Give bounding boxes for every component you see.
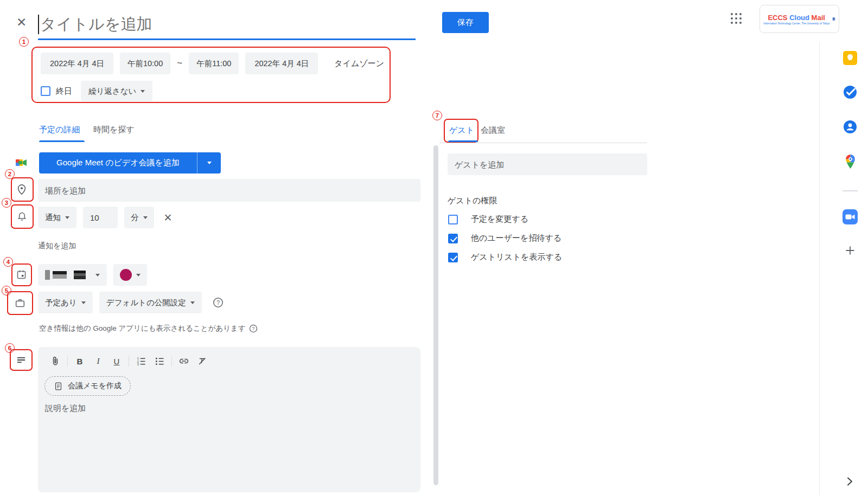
dropdown-arrow-icon — [190, 301, 195, 304]
visibility-dropdown[interactable]: デフォルトの公開設定 — [99, 292, 202, 313]
doc-icon — [54, 382, 63, 391]
tab-event-details-underline — [39, 140, 85, 142]
permission-label: 予定を変更する — [471, 214, 528, 224]
description-placeholder: 説明を追加 — [45, 403, 86, 414]
italic-button[interactable]: I — [92, 355, 105, 368]
tab-find-time[interactable]: 時間を探す — [93, 125, 135, 135]
all-day-checkbox[interactable] — [41, 86, 50, 96]
keep-icon[interactable] — [843, 51, 857, 65]
redacted-calendar-name — [45, 270, 86, 280]
tabs-divider — [439, 143, 647, 143]
unordered-list-icon[interactable] — [153, 355, 166, 368]
annotation-7: 7 — [432, 111, 442, 120]
notification-unit-value: 分 — [131, 213, 139, 223]
tab-event-details[interactable]: 予定の詳細 — [39, 125, 80, 135]
add-meet-button[interactable]: Google Meet のビデオ会議を追加 — [39, 152, 197, 173]
tab-guests[interactable]: ゲスト — [449, 125, 474, 136]
event-editor-window: ✕ 保存 ECCS Cloud Mail Information Technol… — [0, 0, 868, 495]
svg-text:3: 3 — [137, 362, 138, 365]
permission-label: 他のユーザーを招待する — [471, 233, 561, 243]
ordered-list-icon[interactable]: 1 2 3 — [135, 355, 148, 368]
visibility-value: デフォルトの公開設定 — [106, 298, 186, 308]
add-icon[interactable] — [845, 245, 856, 256]
end-date-button[interactable]: 2022年 4月 4日 — [245, 53, 318, 74]
contacts-icon[interactable] — [843, 120, 857, 134]
clear-format-icon[interactable] — [196, 355, 209, 368]
title-input[interactable] — [40, 12, 366, 36]
annotation-2: 2 — [5, 169, 15, 179]
close-icon[interactable]: ✕ — [16, 16, 27, 29]
calendar-select-dropdown[interactable] — [38, 264, 107, 286]
sidebar-divider — [819, 42, 820, 495]
title-underline — [38, 38, 416, 40]
permission-row: 他のユーザーを招待する — [448, 233, 561, 243]
add-notification-link[interactable]: 通知を追加 — [38, 241, 76, 251]
availability-note: 空き情報は他の Google アプリにも表示されることがあります — [39, 324, 246, 333]
busy-status-dropdown[interactable]: 予定あり — [38, 292, 93, 313]
event-color-swatch — [120, 269, 132, 281]
dropdown-arrow-icon — [143, 216, 148, 219]
busy-status-value: 予定あり — [45, 298, 77, 308]
logo-word-eccs: ECCS — [768, 14, 787, 22]
see-guest-list-checkbox[interactable] — [448, 253, 458, 262]
notification-unit-dropdown[interactable]: 分 — [124, 207, 154, 228]
dropdown-arrow-icon — [65, 216, 69, 219]
tab-rooms[interactable]: 会議室 — [481, 125, 505, 136]
location-input[interactable] — [38, 179, 420, 202]
toolbar-divider — [171, 356, 172, 367]
timezone-button[interactable]: タイムゾーン — [334, 59, 384, 69]
chevron-right-icon[interactable] — [845, 476, 854, 487]
remove-notification-icon[interactable]: ✕ — [164, 213, 173, 223]
bold-button[interactable]: B — [73, 355, 86, 368]
end-time-button[interactable]: 午前11:00 — [189, 53, 239, 74]
bell-icon — [16, 210, 28, 223]
annotation-6: 6 — [5, 343, 15, 353]
save-button[interactable]: 保存 — [442, 12, 489, 33]
annotation-3: 3 — [2, 198, 11, 208]
text-cursor-caret — [38, 15, 39, 34]
modify-event-checkbox[interactable] — [448, 215, 458, 224]
dropdown-arrow-icon — [81, 301, 86, 304]
svg-text:?: ? — [216, 299, 220, 306]
time-range-separator: ~ — [177, 58, 182, 69]
permission-label: ゲストリストを表示する — [471, 252, 562, 262]
logo-word-cloud: Cloud — [789, 14, 809, 22]
annotation-1: 1 — [19, 37, 29, 47]
recurrence-dropdown[interactable]: 繰り返さない — [81, 81, 152, 101]
recurrence-value: 繰り返さない — [88, 86, 136, 97]
start-date-button[interactable]: 2022年 4月 4日 — [41, 53, 113, 74]
notification-type-dropdown[interactable]: 通知 — [38, 207, 76, 228]
zoom-icon[interactable] — [843, 209, 858, 224]
maps-icon[interactable] — [844, 154, 857, 169]
invite-others-checkbox[interactable] — [448, 234, 458, 243]
annotation-4: 4 — [3, 257, 13, 267]
help-icon[interactable]: ? — [249, 324, 258, 333]
meet-options-dropdown[interactable] — [197, 152, 221, 173]
notification-minutes-input[interactable] — [83, 207, 118, 228]
description-area[interactable]: B I U 1 2 3 — [38, 347, 420, 492]
dropdown-arrow-icon — [141, 90, 145, 93]
dropdown-arrow-icon — [136, 274, 141, 277]
pixelated-avatar — [832, 8, 835, 30]
toolbar-divider — [129, 356, 129, 367]
link-icon[interactable] — [177, 355, 190, 368]
apps-grid-icon[interactable] — [731, 13, 742, 24]
logo-subtitle: Information Technology Center, The Unive… — [763, 22, 829, 25]
notification-type-value: 通知 — [45, 213, 61, 223]
eccs-cloud-mail-logo[interactable]: ECCS Cloud Mail Information Technology C… — [760, 5, 839, 33]
dropdown-arrow-icon — [207, 162, 212, 164]
meet-icon — [15, 157, 27, 169]
panel-scrollbar[interactable] — [433, 145, 438, 485]
underline-button[interactable]: U — [110, 355, 123, 368]
help-icon[interactable]: ? — [213, 297, 224, 308]
event-color-dropdown[interactable] — [113, 264, 147, 286]
add-guests-input[interactable] — [448, 153, 647, 175]
attachment-icon[interactable] — [49, 355, 62, 368]
tab-guests-underline — [448, 140, 478, 142]
briefcase-icon — [14, 297, 26, 309]
tasks-icon[interactable] — [843, 85, 857, 99]
start-time-button[interactable]: 午前10:00 — [120, 53, 170, 74]
svg-text:?: ? — [252, 326, 254, 331]
create-meeting-notes-button[interactable]: 会議メモを作成 — [44, 376, 131, 396]
annotation-5: 5 — [2, 286, 11, 295]
